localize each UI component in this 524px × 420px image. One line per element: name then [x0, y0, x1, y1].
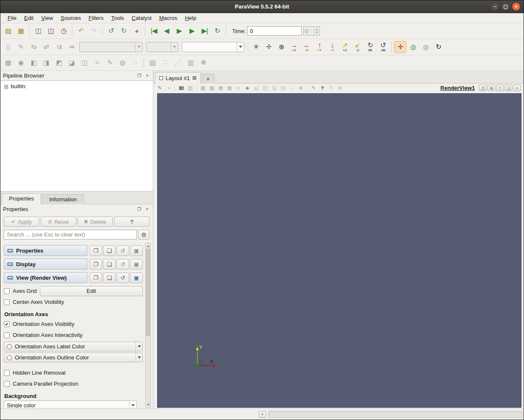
- float-dock-button[interactable]: ❐: [136, 72, 142, 79]
- scrollbar-thumb[interactable]: [146, 249, 150, 336]
- orientation-axes-widget[interactable]: X Y Z: [192, 343, 219, 370]
- section-view-render-view[interactable]: View (Render View) ❐❏↺▣: [4, 272, 143, 283]
- interactive-select-cells-icon[interactable]: ◰: [261, 84, 269, 92]
- select-cells-polygon-icon[interactable]: ◇: [234, 84, 242, 92]
- pick-center-icon[interactable]: ◎: [407, 41, 419, 53]
- section-display-header[interactable]: Display: [4, 259, 87, 270]
- section-view-header[interactable]: View (Render View): [4, 272, 87, 283]
- search-options-button[interactable]: ⚙: [138, 230, 150, 239]
- menu-sources[interactable]: Sources: [57, 14, 85, 22]
- chevron-down-icon[interactable]: [136, 353, 142, 362]
- close-dock-button[interactable]: ×: [144, 206, 150, 212]
- close-button[interactable]: ×: [512, 3, 520, 11]
- last-frame-button[interactable]: ▶|: [199, 25, 211, 37]
- close-layout-tab-button[interactable]: ⊠: [192, 75, 197, 81]
- select-points-on-icon[interactable]: ▨: [208, 84, 216, 92]
- save-data-icon[interactable]: ▦: [15, 25, 27, 37]
- next-frame-button[interactable]: ▶: [186, 25, 198, 37]
- auto-apply-icon[interactable]: ◷: [58, 25, 69, 37]
- axes-grid-checkbox[interactable]: [4, 288, 10, 294]
- rotate-90-cw-icon[interactable]: ↻90: [364, 41, 376, 53]
- paste-section-icon[interactable]: ❏: [103, 259, 116, 270]
- section-properties-header[interactable]: Properties: [4, 245, 87, 256]
- search-input[interactable]: [4, 230, 137, 239]
- select-cells-on-icon[interactable]: ▧: [199, 84, 207, 92]
- pipeline-item-builtin[interactable]: ▤ builtin:: [3, 83, 150, 90]
- new-layout-tab-button[interactable]: +: [202, 74, 214, 83]
- set-view-minus-x-icon[interactable]: ←-X: [301, 41, 313, 53]
- rotate-90-ccw-icon[interactable]: ↺-90: [377, 41, 389, 53]
- tab-properties[interactable]: Properties: [2, 193, 41, 204]
- split-horizontal-button[interactable]: ◫: [479, 85, 487, 91]
- popout-view-button[interactable]: ❏: [505, 85, 512, 91]
- orientation-axes-outline-color-button[interactable]: Orientation Axes Outline Color: [4, 353, 143, 362]
- select-block-icon[interactable]: ◱: [252, 84, 260, 92]
- section-properties[interactable]: Properties ❐❏↺▣: [4, 245, 143, 256]
- zoom-to-box-icon[interactable]: ⊕: [275, 41, 287, 53]
- help-button[interactable]: ?: [114, 217, 150, 227]
- set-view-plus-x-icon[interactable]: →+X: [288, 41, 300, 53]
- menu-file[interactable]: File: [4, 14, 20, 22]
- hover-points-icon[interactable]: ◌: [288, 84, 296, 92]
- menu-macros[interactable]: Macros: [155, 14, 181, 22]
- undo-icon[interactable]: ↶: [75, 25, 87, 37]
- set-view-plus-y-icon[interactable]: ↑+Y: [313, 41, 325, 53]
- first-frame-button[interactable]: |◀: [148, 25, 160, 37]
- color-palette-icon[interactable]: ◕: [130, 25, 142, 37]
- interactive-select-points-icon[interactable]: ◲: [270, 84, 278, 92]
- background-mode-select[interactable]: Single color: [4, 401, 137, 408]
- open-file-icon[interactable]: ▨: [2, 25, 14, 37]
- tab-information[interactable]: Information: [42, 194, 84, 204]
- menu-filters[interactable]: Filters: [85, 14, 107, 22]
- camera-undo-icon[interactable]: ↺: [105, 25, 117, 37]
- titlebar[interactable]: ParaView 5.5.2 64-bit – ▢ ×: [0, 0, 524, 13]
- split-vertical-button[interactable]: ⊟: [488, 85, 495, 91]
- save-state-icon[interactable]: ◫: [45, 25, 57, 37]
- set-view-minus-y-icon[interactable]: ↓-Y: [326, 41, 338, 53]
- scrollbar-up-button[interactable]: [146, 244, 150, 248]
- reset-camera-closest-icon[interactable]: ↻: [433, 41, 444, 53]
- copy-section-icon[interactable]: ❐: [89, 245, 102, 256]
- play-button[interactable]: ▶: [173, 25, 185, 37]
- copy-section-icon[interactable]: ❐: [89, 259, 102, 270]
- select-points-through-icon[interactable]: ▥: [225, 84, 233, 92]
- representation-select[interactable]: [182, 42, 244, 52]
- reset-camera-icon[interactable]: ✳: [250, 41, 262, 53]
- interaction-mode-toggle[interactable]: 3D: [177, 84, 185, 92]
- select-points-polygon-icon[interactable]: ◆: [243, 84, 251, 92]
- select-cells-through-icon[interactable]: ▤: [216, 84, 225, 92]
- abort-progress-button[interactable]: ×: [259, 411, 266, 418]
- maximize-button[interactable]: ▢: [502, 3, 510, 11]
- previous-frame-button[interactable]: ◀: [161, 25, 172, 37]
- set-view-plus-z-icon[interactable]: ↗+Z: [339, 41, 351, 53]
- save-defaults-icon[interactable]: ▣: [130, 259, 143, 270]
- minimize-button[interactable]: –: [491, 3, 499, 11]
- restore-defaults-icon[interactable]: ↺: [116, 259, 129, 270]
- hover-cells-icon[interactable]: ◳: [279, 84, 287, 92]
- reset-center-icon[interactable]: ◎: [420, 41, 432, 53]
- set-view-minus-z-icon[interactable]: ↙-Z: [352, 41, 363, 53]
- menu-view[interactable]: View: [37, 14, 57, 22]
- menu-help[interactable]: Help: [181, 14, 200, 22]
- camera-parallel-projection-checkbox[interactable]: [4, 381, 10, 387]
- close-dock-button[interactable]: ×: [144, 72, 150, 79]
- scrollbar-down-button[interactable]: [146, 402, 150, 407]
- capture-screenshot-icon[interactable]: ◔: [164, 84, 172, 92]
- edit-annotation-icon[interactable]: ✎: [309, 84, 317, 92]
- section-display[interactable]: Display ❐❏↺▣: [4, 259, 143, 270]
- tab-layout-1[interactable]: Layout #1 ⊠: [155, 72, 201, 83]
- orientation-axes-interactivity-checkbox[interactable]: [4, 332, 10, 338]
- loop-button[interactable]: ↻: [211, 25, 223, 37]
- save-defaults-icon[interactable]: ▣: [130, 273, 143, 283]
- camera-link-icon[interactable]: ⊙: [336, 84, 344, 92]
- orientation-axes-label-color-button[interactable]: Orientation Axes Label Color: [4, 342, 143, 351]
- zoom-to-data-icon[interactable]: ✛: [263, 41, 274, 53]
- chevron-down-icon[interactable]: [129, 401, 136, 408]
- adjust-camera-icon[interactable]: ✎: [155, 84, 164, 92]
- restore-defaults-icon[interactable]: ↺: [116, 245, 129, 256]
- paste-section-icon[interactable]: ❏: [103, 245, 116, 256]
- save-defaults-icon[interactable]: ▣: [130, 245, 143, 256]
- orientation-axes-visibility-checkbox[interactable]: ✔: [4, 321, 10, 327]
- close-view-button[interactable]: ×: [513, 85, 521, 91]
- load-state-icon[interactable]: ◫: [32, 25, 44, 37]
